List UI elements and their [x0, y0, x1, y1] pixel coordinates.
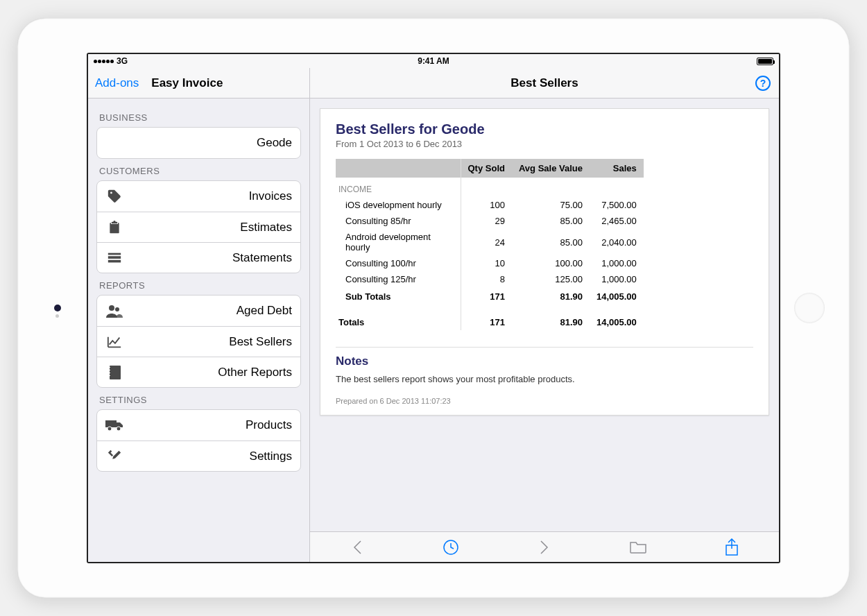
stack-icon [105, 252, 123, 264]
svg-point-11 [108, 427, 112, 431]
sidebar-item-other-reports[interactable]: Other Reports [97, 357, 300, 387]
chart-icon [105, 335, 123, 349]
nav-right: Best Sellers ? [310, 68, 779, 98]
clock: 9:41 AM [88, 56, 779, 66]
svg-rect-1 [108, 256, 121, 259]
svg-rect-0 [108, 253, 121, 255]
tag-icon [105, 189, 123, 204]
table-cell: Android development hourly [336, 229, 461, 255]
prepared-label: Prepared on 6 Dec 2013 11:07:23 [336, 397, 753, 405]
report-range: From 1 Oct 2013 to 6 Dec 2013 [336, 139, 753, 149]
col-sales: Sales [590, 159, 644, 178]
section-settings: SETTINGS [96, 388, 301, 409]
svg-point-4 [115, 307, 119, 311]
notes-heading: Notes [336, 354, 753, 368]
app-title: Easy Invoice [151, 76, 223, 90]
clipboard-icon [105, 220, 123, 235]
prev-button[interactable] [347, 538, 367, 557]
ipad-frame: 3G 9:41 AM Add-ons Easy Invoice Best Sel… [17, 18, 850, 598]
page-title: Best Sellers [510, 76, 578, 90]
svg-point-3 [109, 305, 114, 311]
sidebar-item-label: Estimates [123, 221, 292, 234]
sidebar-item-label: Settings [123, 450, 292, 463]
report-title: Best Sellers for Geode [336, 121, 753, 137]
sidebar-item-products[interactable]: Products [97, 410, 300, 440]
col-qty: Qty Sold [461, 159, 512, 178]
share-button[interactable] [722, 538, 741, 557]
nav-left: Add-ons Easy Invoice [88, 68, 310, 98]
truck-icon [105, 419, 123, 431]
subtotal-label: Sub Totals [336, 287, 461, 305]
sidebar-item-label: Statements [123, 251, 292, 265]
people-icon [105, 304, 123, 318]
folder-button[interactable] [628, 538, 648, 557]
category-label: INCOME [336, 178, 461, 197]
screen: 3G 9:41 AM Add-ons Easy Invoice Best Sel… [87, 53, 780, 563]
svg-rect-6 [108, 367, 110, 368]
sidebar-item-statements[interactable]: Statements [97, 242, 300, 273]
svg-rect-10 [105, 420, 117, 427]
svg-rect-5 [110, 366, 121, 379]
svg-rect-9 [108, 375, 110, 376]
sidebar-item-label: Best Sellers [123, 335, 292, 349]
sidebar-item-label: Aged Debt [123, 304, 292, 318]
sidebar-item-label: Products [123, 418, 292, 432]
home-button[interactable] [794, 293, 825, 323]
status-bar: 3G 9:41 AM [88, 54, 779, 68]
table-cell: Consulting 125/hr [336, 271, 461, 287]
total-label: Totals [336, 305, 461, 330]
section-customers: CUSTOMERS [96, 159, 301, 180]
sidebar-item-settings[interactable]: Settings [97, 440, 300, 471]
svg-rect-7 [108, 370, 110, 370]
sidebar-item-estimates[interactable]: Estimates [97, 212, 300, 242]
sidebar-item-label: Invoices [123, 189, 292, 203]
section-business: BUSINESS [96, 105, 301, 127]
svg-point-12 [117, 427, 121, 431]
next-button[interactable] [535, 538, 554, 557]
help-button[interactable]: ? [755, 76, 771, 91]
main-pane: Best Sellers for Geode From 1 Oct 2013 t… [310, 99, 779, 562]
sidebar-item-aged-debt[interactable]: Aged Debt [97, 296, 300, 326]
col-avg: Avg Sale Value [512, 159, 590, 178]
section-reports: REPORTS [96, 273, 301, 295]
bottom-toolbar [310, 531, 779, 562]
addons-button[interactable]: Add-ons [95, 76, 139, 90]
business-name: Geode [105, 136, 292, 150]
report-document: Best Sellers for Geode From 1 Oct 2013 t… [320, 108, 769, 416]
divider [336, 347, 753, 348]
camera-dot [54, 305, 61, 311]
svg-rect-2 [108, 259, 121, 262]
sidebar: BUSINESS Geode CUSTOMERS Invoices [88, 99, 310, 562]
svg-rect-8 [108, 373, 110, 373]
battery-icon [757, 58, 773, 65]
table-cell: Consulting 100/hr [336, 255, 461, 271]
notes-text: The best sellers report shows your most … [336, 374, 753, 384]
history-button[interactable] [441, 538, 461, 557]
notebook-icon [105, 365, 123, 380]
tools-icon [105, 449, 123, 464]
report-table: Qty Sold Avg Sale Value Sales INCOME iOS… [336, 159, 644, 330]
sidebar-item-best-sellers[interactable]: Best Sellers [97, 326, 300, 357]
business-row[interactable]: Geode [97, 128, 300, 158]
nav-bar: Add-ons Easy Invoice Best Sellers ? [88, 68, 779, 99]
table-cell: Consulting 85/hr [336, 213, 461, 229]
sidebar-item-invoices[interactable]: Invoices [97, 181, 300, 212]
table-cell: iOS development hourly [336, 197, 461, 213]
sidebar-item-label: Other Reports [123, 366, 292, 379]
